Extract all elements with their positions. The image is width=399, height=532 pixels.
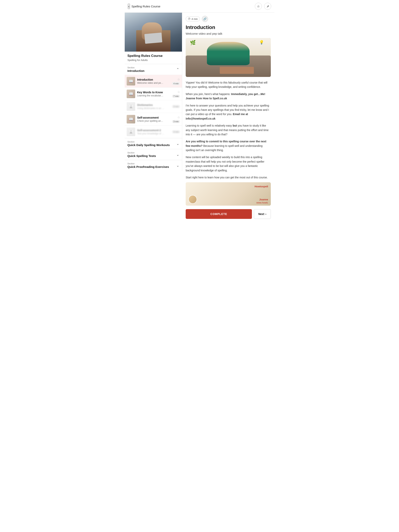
video-author: Joanne [259, 198, 268, 201]
hero-canvas-main: 🌿 💡 [186, 38, 271, 77]
video-brand: Howtospell [255, 185, 268, 188]
lesson-duration-self-assessment: 3 min [172, 120, 180, 123]
body-p1: Yippee! You did it! Welcome to this fabu… [186, 80, 271, 89]
lesson-thumb-self-assessment: 📖 [127, 115, 135, 123]
lesson-duration-dictionaries: 3 min [172, 105, 180, 108]
section-spelling-tests[interactable]: Section Quick Spelling Tests ⌄ [125, 149, 182, 160]
content-meta: ⏱ 4 min 🔗 [186, 16, 271, 22]
content-title: Introduction [186, 24, 271, 30]
chevron-down-icon-daily: ⌄ [176, 142, 179, 146]
body-p7: Start right here to learn how you can ge… [186, 175, 271, 180]
next-label: Next [258, 212, 264, 215]
table-shape [220, 67, 254, 74]
body-p2: When you join, here's what happens: Imme… [186, 92, 271, 101]
lesson-item-keywords[interactable]: 📖 Key Words to Know Learning the vocabul… [125, 88, 182, 100]
lesson-desc-self-assessment: Check your spelling and spelling knowled… [137, 120, 164, 122]
chevron-up-icon: ⌃ [176, 67, 179, 72]
course-info: Spelling Rules Course Spelling for Adult… [125, 52, 182, 64]
lesson-thumb-dictionaries: 📖 🔒 [127, 102, 135, 111]
share-icon: ➚ [266, 5, 269, 8]
link-icon: 🔗 [203, 17, 206, 20]
course-subtitle: Spelling for Adults [127, 59, 179, 62]
lesson-desc-introduction: Welcome video and pep talk [137, 82, 164, 84]
section-proof-title: Quick Proofreading Exercises [127, 165, 169, 168]
header-title: Spelling Rules Course [131, 5, 160, 8]
plant-icon: 🌿 [190, 40, 196, 45]
lesson-item-dictionaries[interactable]: 📖 🔒 Dictionaries Using dictionaries is a… [125, 100, 182, 113]
bookmark-button[interactable]: ☆ [255, 3, 262, 10]
lesson-title-self-assessment-2: Self-assessment 2 [137, 129, 170, 132]
course-title: Spelling Rules Course [127, 54, 179, 58]
content-duration-badge: ⏱ 4 min [186, 16, 200, 21]
header-actions: ☆ ➚ [255, 3, 271, 10]
lesson-duration-introduction: 4 min [172, 82, 180, 85]
main-content: ⏱ 4 min 🔗 Introduction Welcome video and… [182, 13, 274, 222]
body-p5: Are you willing to commit to this spelli… [186, 139, 271, 152]
lamp-icon: 💡 [259, 40, 264, 44]
video-url: www.howtc [256, 201, 268, 204]
sidebar: Spelling Rules Course Spelling for Adult… [125, 13, 182, 171]
body-p4: Learning to spell well is relatively eas… [186, 123, 271, 137]
lesson-bookmark-icon-self-assessment[interactable]: ☆ [177, 115, 180, 119]
back-button[interactable]: ‹ [128, 4, 130, 9]
lesson-title-dictionaries: Dictionaries [137, 103, 170, 107]
lesson-thumb-self-assessment-2: 📖 🔒 [127, 127, 135, 136]
body-p3: I'm here to answer your questions and he… [186, 103, 271, 121]
sidebar-hero-image [125, 13, 182, 52]
section-introduction[interactable]: Section Introduction ⌃ [125, 64, 182, 75]
lesson-bookmark-icon-introduction[interactable]: ☆ [177, 77, 180, 81]
lesson-item-self-assessment[interactable]: 📖 Self-assessment Check your spelling an… [125, 113, 182, 125]
lock-icon-dictionaries: 🔒 [127, 102, 135, 111]
content-link-button[interactable]: 🔗 [202, 16, 208, 22]
lesson-info-introduction: Introduction Welcome video and pep talk [137, 78, 170, 84]
main-hero-image: 🌿 💡 [186, 38, 271, 77]
lesson-thumb-introduction: 📖 [127, 77, 135, 85]
section-intro-labels: Section Introduction [127, 66, 144, 72]
lesson-item-self-assessment-2[interactable]: 📖 🔒 Self-assessment 2 Test your knowledg… [125, 125, 182, 138]
section-small-label-tests: Section [127, 152, 156, 154]
lesson-meta-dictionaries: 3 min [172, 105, 180, 108]
lesson-info-self-assessment: Self-assessment Check your spelling and … [137, 116, 170, 122]
lesson-meta-self-assessment: ☆ 3 min [172, 115, 180, 123]
main-layout: Spelling Rules Course Spelling for Adult… [125, 13, 274, 222]
next-chevron-icon: › [265, 212, 266, 215]
body-p6: New content will be uploaded weekly to b… [186, 155, 271, 172]
lesson-thumb-keywords: 📖 [127, 89, 135, 98]
hero-canvas [125, 13, 182, 52]
app-header: ‹ Spelling Rules Course ☆ ➚ [125, 0, 274, 13]
lesson-item-introduction[interactable]: 📖 Introduction Welcome video and pep tal… [125, 75, 182, 88]
lesson-meta-self-assessment-2: 3 min [172, 130, 180, 133]
lesson-desc-keywords: Learning the vocabulary of spelling is s… [137, 94, 164, 97]
lesson-title-keywords: Key Words to Know [137, 91, 170, 94]
lesson-desc-dictionaries: Using dictionaries is an important spell… [137, 107, 164, 110]
content-subtitle: Welcome video and pep talk [186, 32, 271, 35]
section-small-label: Section [127, 66, 144, 69]
clock-icon: ⏱ [188, 17, 191, 20]
star-icon: ☆ [257, 5, 260, 8]
section-small-label-proof: Section [127, 162, 169, 165]
section-tests-labels: Section Quick Spelling Tests [127, 152, 156, 158]
section-daily-workouts[interactable]: Section Quick Daily Spelling Workouts ⌄ [125, 138, 182, 149]
lesson-info-dictionaries: Dictionaries Using dictionaries is an im… [137, 103, 170, 110]
content-duration-text: 4 min [192, 18, 198, 20]
section-tests-title: Quick Spelling Tests [127, 154, 156, 158]
section-small-label-daily: Section [127, 141, 170, 143]
section-daily-title: Quick Daily Spelling Workouts [127, 143, 170, 147]
lesson-meta-keywords: ☆ 7 min [172, 90, 180, 98]
chevron-down-icon-proof: ⌄ [176, 163, 179, 168]
section-intro-title: Introduction [127, 69, 144, 72]
lock-icon-self-assessment-2: 🔒 [127, 127, 135, 136]
video-thumbnail[interactable]: ▶ Howtospell Joanne www.howtc [186, 182, 271, 206]
share-button[interactable]: ➚ [264, 3, 271, 10]
lesson-duration-self-assessment-2: 3 min [172, 130, 180, 133]
lesson-duration-keywords: 7 min [172, 95, 180, 98]
lesson-title-self-assessment: Self-assessment [137, 116, 170, 119]
lesson-bookmark-icon-keywords[interactable]: ☆ [177, 90, 180, 94]
section-proofreading[interactable]: Section Quick Proofreading Exercises ⌄ [125, 160, 182, 171]
section-daily-labels: Section Quick Daily Spelling Workouts [127, 141, 170, 147]
section-proof-labels: Section Quick Proofreading Exercises [127, 162, 169, 168]
complete-button[interactable]: COMPLETE [186, 209, 252, 219]
lesson-meta-introduction: ☆ 4 min [172, 77, 180, 85]
header-left: ‹ Spelling Rules Course [128, 4, 160, 9]
next-button[interactable]: Next › [254, 209, 271, 219]
